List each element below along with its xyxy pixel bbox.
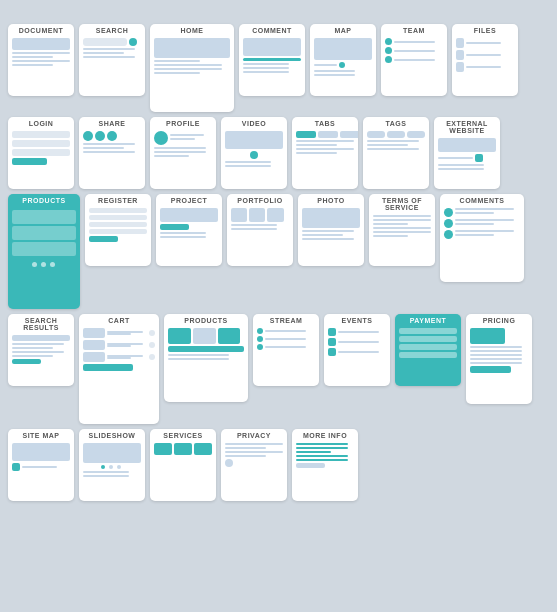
card-share[interactable]: SHARE (79, 117, 145, 189)
card-project[interactable]: PROJECT (156, 194, 222, 266)
card-label-payment: PAYMENT (408, 314, 449, 326)
card-label-photo: PHOTO (315, 194, 346, 206)
card-slideshow[interactable]: SLIDESHOW (79, 429, 145, 501)
card-label-document: DOCUMENT (17, 24, 65, 36)
card-pricing[interactable]: PRICING (466, 314, 532, 404)
card-label-stream: STREAM (268, 314, 305, 326)
card-label-register: REGISTER (96, 194, 140, 206)
card-portfolio[interactable]: PORTFOLIO (227, 194, 293, 266)
card-label-services: ServICES (161, 429, 204, 441)
card-label-team: TEAM (401, 24, 427, 36)
card-label-pricing: PRICING (481, 314, 518, 326)
card-label-comments: COMMENTS (458, 194, 507, 206)
card-search-results[interactable]: SEARCH RESULTS (8, 314, 74, 386)
card-label-project: PROJECT (169, 194, 210, 206)
card-label-slideshow: SLIDESHOW (87, 429, 138, 441)
card-label-files: FILES (472, 24, 498, 36)
card-products2[interactable]: PRODUCTS (164, 314, 248, 402)
card-search[interactable]: SEARCH (79, 24, 145, 96)
card-comment[interactable]: COMMENT (239, 24, 305, 96)
page-title (0, 0, 557, 20)
card-label-events: EVENTS (339, 314, 374, 326)
card-label-comment: COMMENT (250, 24, 294, 36)
card-register[interactable]: REGISTER (85, 194, 151, 266)
card-home[interactable]: HOME (150, 24, 234, 112)
card-comments[interactable]: COMMENTS (440, 194, 524, 282)
card-grid: DOCUMENTSEARCHHOMECOMMENTMAPTEAMFILESLOG… (0, 20, 557, 509)
card-label-portfolio: PORTFOLIO (235, 194, 284, 206)
card-external-website[interactable]: EXTERNAL WEBSITE (434, 117, 500, 189)
card-products[interactable]: PRODUCTS (8, 194, 80, 309)
card-events[interactable]: EVENTS (324, 314, 390, 386)
card-photo[interactable]: PHOTO (298, 194, 364, 266)
card-label-search-results: SEARCH RESULTS (8, 314, 74, 333)
card-label-external-website: EXTERNAL WEBSITE (434, 117, 500, 136)
card-label-cart: CaRT (106, 314, 131, 326)
card-profile[interactable]: PROFILE (150, 117, 216, 189)
card-label-home: HOME (179, 24, 206, 36)
card-label-share: SHARE (96, 117, 127, 129)
card-label-map: MAP (332, 24, 353, 36)
card-cart[interactable]: CaRT (79, 314, 159, 424)
card-more-info[interactable]: MORE INFO (292, 429, 358, 501)
card-label-tags: TAGS (384, 117, 409, 129)
card-tags[interactable]: TAGS (363, 117, 429, 189)
card-video[interactable]: VIDEO (221, 117, 287, 189)
card-label-video: VIDEO (240, 117, 268, 129)
card-label-site-map: SITE MAP (20, 429, 61, 441)
card-label-search: SEARCH (94, 24, 131, 36)
card-site-map[interactable]: SITE MAP (8, 429, 74, 501)
card-label-login: LOGIN (27, 117, 56, 129)
card-team[interactable]: TEAM (381, 24, 447, 96)
card-terms-of-service[interactable]: TERMS OF SERVICE (369, 194, 435, 266)
card-map[interactable]: MAP (310, 24, 376, 96)
card-services[interactable]: ServICES (150, 429, 216, 501)
card-label-terms-of-service: TERMS OF SERVICE (369, 194, 435, 213)
card-privacy[interactable]: PRIVACY (221, 429, 287, 501)
card-label-profile: PROFILE (164, 117, 202, 129)
card-payment[interactable]: PAYMENT (395, 314, 461, 386)
card-label-products2: PRODUCTS (182, 314, 229, 326)
card-label-tabs: TABS (313, 117, 338, 129)
card-files[interactable]: FILES (452, 24, 518, 96)
card-label-privacy: PRIVACY (235, 429, 273, 441)
card-label-products: PRODUCTS (20, 194, 67, 206)
card-label-more-info: MORE INFO (301, 429, 349, 441)
card-stream[interactable]: STREAM (253, 314, 319, 386)
card-login[interactable]: LOGIN (8, 117, 74, 189)
card-document[interactable]: DOCUMENT (8, 24, 74, 96)
card-tabs[interactable]: TABS (292, 117, 358, 189)
